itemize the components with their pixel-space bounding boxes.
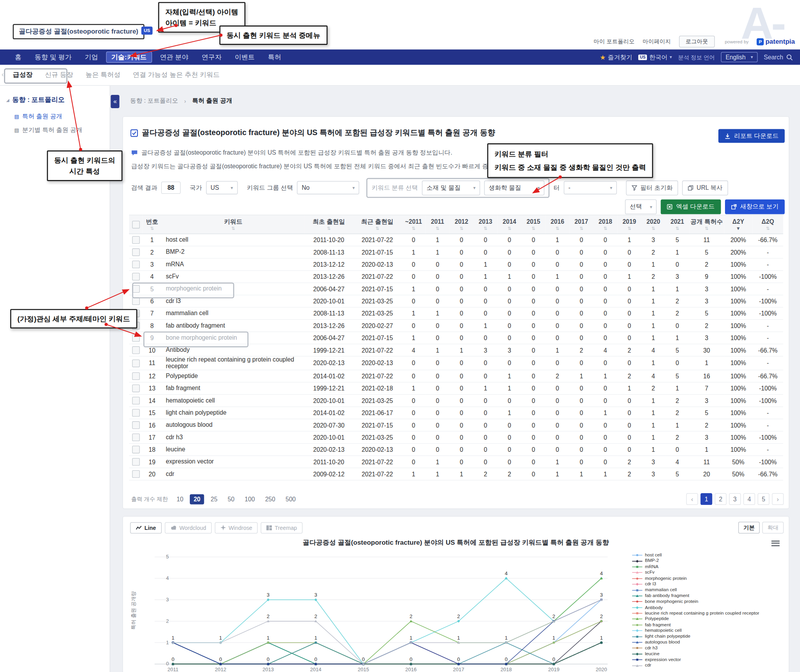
column-header[interactable]: 최초 출현일⇅ xyxy=(305,215,353,234)
checkbox-icon[interactable] xyxy=(132,260,140,268)
analysis-language-select[interactable]: English▾ xyxy=(721,52,758,62)
keyword-cell[interactable]: cdr xyxy=(162,468,305,480)
bulk-select[interactable]: 선택▾ xyxy=(625,200,657,214)
legend-item[interactable]: expression vector xyxy=(632,657,780,663)
sort-icon[interactable]: ⇅ xyxy=(595,226,616,231)
checkbox-icon[interactable] xyxy=(132,397,140,405)
sort-icon[interactable]: ⇅ xyxy=(354,226,400,231)
keyword-cell[interactable]: host cell xyxy=(162,234,305,246)
open-new-window-button[interactable]: 새창으로 보기 xyxy=(725,200,785,214)
legend-item[interactable]: hematopoietic cell xyxy=(632,628,780,634)
keyword-cell[interactable]: light chain polypeptide xyxy=(162,407,305,419)
checkbox-icon[interactable] xyxy=(132,359,140,367)
legend-item[interactable]: fab antibody fragment xyxy=(632,593,780,599)
column-header[interactable]: 2019⇅ xyxy=(617,215,641,234)
page-size-option[interactable]: 10 xyxy=(173,494,187,504)
keyword-cell[interactable]: hematopoietic cell xyxy=(162,394,305,406)
breadcrumb-parent[interactable]: 동향 : 포트폴리오 xyxy=(130,96,178,105)
column-header[interactable]: 2018⇅ xyxy=(593,215,617,234)
legend-item[interactable]: cdr h3 xyxy=(632,645,780,651)
keyword-cell[interactable]: Antibody xyxy=(162,344,305,356)
legend-item[interactable]: leucine rich repeat containing g protein… xyxy=(632,610,780,616)
sort-icon[interactable]: ▼ xyxy=(725,226,752,231)
keyword-cell[interactable]: expression vector xyxy=(162,456,305,468)
excel-download-button[interactable]: 엑셀 다운로드 xyxy=(661,200,721,214)
legend-item[interactable]: leucine xyxy=(632,651,780,657)
legend-item[interactable]: host cell xyxy=(632,553,780,558)
keyword-cell[interactable]: scFv xyxy=(162,271,305,283)
nav-item[interactable]: 홈 xyxy=(8,50,28,65)
keyword-cell[interactable]: mammalian cell xyxy=(162,307,305,319)
sort-icon[interactable]: ⇅ xyxy=(403,226,425,231)
checkbox-icon[interactable] xyxy=(132,433,140,441)
country-language-select[interactable]: US한국어▾ xyxy=(638,53,672,61)
checkbox-icon[interactable] xyxy=(132,285,140,293)
sort-icon[interactable]: ⇅ xyxy=(475,226,496,231)
checkbox-icon[interactable] xyxy=(132,346,140,354)
sidebar-title[interactable]: ◢동향 : 포트폴리오 xyxy=(0,85,110,110)
sort-icon[interactable]: ⇅ xyxy=(450,226,472,231)
legend-item[interactable]: cdr l3 xyxy=(632,581,780,587)
legend-item[interactable]: BMP-2 xyxy=(632,558,780,564)
keyword-cell[interactable]: fab antibody fragment xyxy=(162,319,305,332)
page-size-option[interactable]: 100 xyxy=(241,494,258,504)
column-header[interactable]: Δ2Q⇅ xyxy=(753,215,783,234)
select-all-checkbox[interactable] xyxy=(129,215,142,234)
page-button[interactable]: 4 xyxy=(743,493,755,505)
page-size-option[interactable]: 500 xyxy=(282,494,299,504)
checkbox-icon[interactable] xyxy=(132,297,140,305)
checkbox-icon[interactable] xyxy=(132,221,140,228)
filter-reset-button[interactable]: 필터 초기화 xyxy=(626,180,679,195)
checkbox-icon[interactable] xyxy=(132,446,140,454)
keyword-cell[interactable]: cdr l3 xyxy=(162,295,305,307)
keyword-cell[interactable]: cdr h3 xyxy=(162,431,305,443)
legend-item[interactable]: mammalian cell xyxy=(632,587,780,593)
keyword-class-select-2[interactable]: 생화학 물질▾ xyxy=(484,180,545,195)
my-page-link[interactable]: 마이페이지 xyxy=(643,38,671,46)
subnav-item[interactable]: 연결 가능성 높은 추천 키워드 xyxy=(133,70,220,80)
nav-item[interactable]: 연관 분야 xyxy=(154,50,195,65)
legend-item[interactable]: morphogenic protein xyxy=(632,576,780,581)
nav-item[interactable]: 기업 xyxy=(78,50,105,65)
nav-item[interactable]: 동향 및 평가 xyxy=(28,50,78,65)
nav-item[interactable]: 기술:키워드 xyxy=(106,52,152,63)
keyword-cell[interactable]: BMP-2 xyxy=(162,246,305,258)
next-page-button[interactable]: › xyxy=(772,493,784,505)
legend-item[interactable]: fab fragment xyxy=(632,622,780,628)
nav-item[interactable]: 연구자 xyxy=(195,50,228,65)
keyword-cell[interactable]: bone morphogenic protein xyxy=(162,332,305,344)
sort-icon[interactable]: ⇅ xyxy=(642,226,664,231)
checkbox-icon[interactable] xyxy=(132,470,140,478)
search-button[interactable]: Search xyxy=(764,53,793,61)
column-header[interactable]: 2021⇅ xyxy=(665,215,689,234)
sort-icon[interactable]: ⇅ xyxy=(570,226,592,231)
checkbox-icon[interactable] xyxy=(132,273,140,281)
chart-mode-button[interactable]: 확대 xyxy=(762,522,784,533)
chart-tab-windrose[interactable]: Windrose xyxy=(215,522,258,533)
column-header[interactable]: ~2011⇅ xyxy=(402,215,425,234)
sort-icon[interactable]: ⇅ xyxy=(305,226,352,231)
legend-item[interactable]: Antibody xyxy=(632,604,780,610)
keyword-cell[interactable]: autologous blood xyxy=(162,419,305,431)
legend-item[interactable]: scFv xyxy=(632,570,780,576)
country-select[interactable]: US▾ xyxy=(206,181,238,194)
keyword-cell[interactable]: leucine xyxy=(162,444,305,456)
sort-icon[interactable]: ⇅ xyxy=(522,226,544,231)
subnav-item[interactable]: 높은 특허성 xyxy=(86,70,121,80)
legend-item[interactable]: autologous blood xyxy=(632,640,780,645)
url-copy-button[interactable]: URL 복사 xyxy=(682,180,728,195)
report-download-button[interactable]: 리포트 다운로드 xyxy=(718,129,785,143)
sort-icon[interactable]: ⇅ xyxy=(618,226,640,231)
column-header[interactable]: Δ2Y▼ xyxy=(724,215,752,234)
column-header[interactable]: 2014⇅ xyxy=(497,215,521,234)
column-header[interactable]: 2015⇅ xyxy=(521,215,545,234)
extra-filter-select[interactable]: -▾ xyxy=(564,181,617,194)
column-header[interactable]: 키워드⇅ xyxy=(162,215,305,234)
column-header[interactable]: 2013⇅ xyxy=(473,215,497,234)
checkbox-icon[interactable] xyxy=(132,236,140,244)
query-keyword-box[interactable]: 골다공증성 골절(osteoporotic fracture) xyxy=(13,24,145,39)
column-header[interactable]: 2016⇅ xyxy=(545,215,569,234)
legend-item[interactable]: mRNA xyxy=(632,564,780,570)
column-header[interactable]: 2017⇅ xyxy=(570,215,593,234)
page-size-option[interactable]: 250 xyxy=(262,494,279,504)
